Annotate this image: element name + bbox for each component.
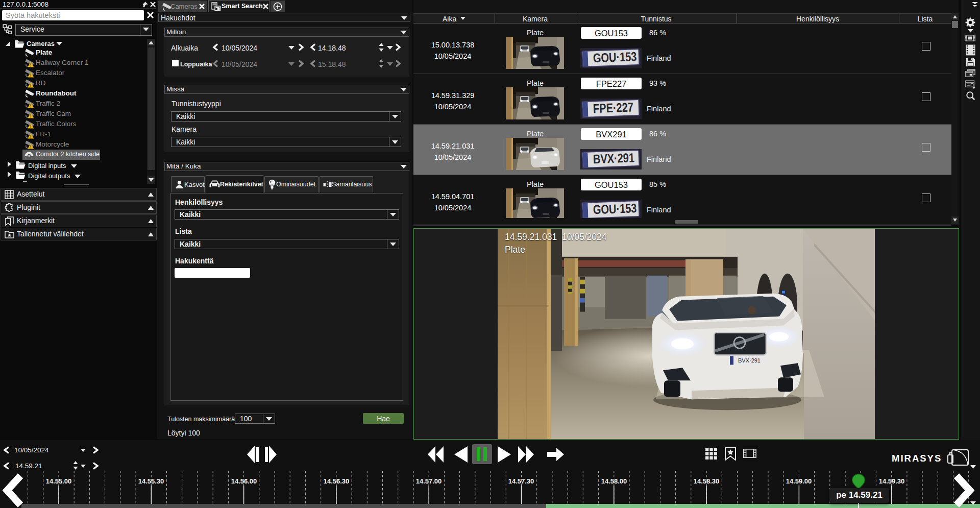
- svg-text:BVX·291: BVX·291: [738, 357, 761, 364]
